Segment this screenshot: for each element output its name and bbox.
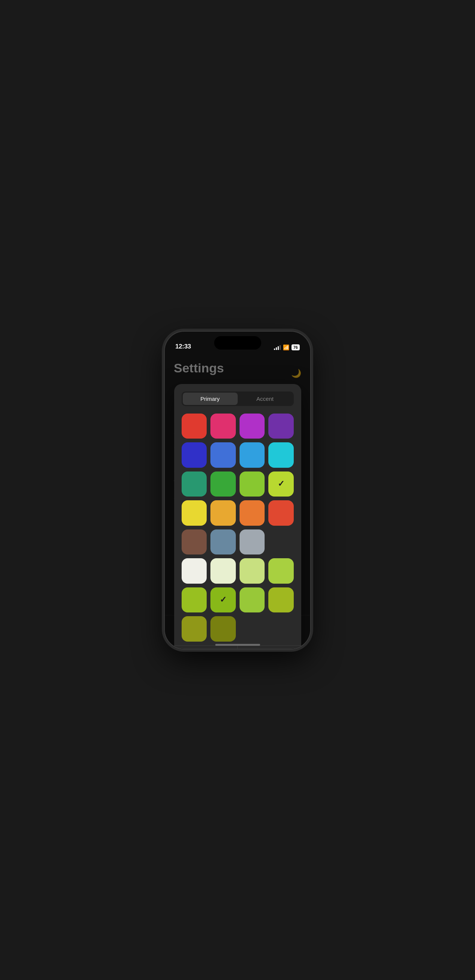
color-row-1 — [182, 414, 294, 439]
color-row-8 — [182, 616, 294, 642]
signal-bars-icon — [274, 345, 281, 350]
phone-frame: 12:33 📶 76 Settings 🌙 Following System C… — [164, 331, 311, 649]
color-cell-olive-2[interactable] — [210, 616, 236, 642]
segment-primary[interactable]: Primary — [183, 393, 238, 405]
color-cell-yg-2-checked[interactable] — [210, 587, 236, 613]
select-button[interactable]: Select — [238, 646, 301, 649]
color-picker-modal: Primary Accent — [174, 384, 301, 649]
color-cell-yg-3[interactable] — [240, 587, 265, 613]
color-cell-lime-light[interactable] — [240, 558, 265, 584]
color-cell-pink[interactable] — [210, 414, 236, 439]
color-cell-dark-purple[interactable] — [268, 414, 294, 439]
color-row-5 — [182, 530, 294, 555]
color-cell-empty-2 — [240, 616, 265, 642]
color-cell-purple[interactable] — [240, 414, 265, 439]
color-cell-orange[interactable] — [240, 500, 265, 526]
segmented-control: Primary Accent — [182, 391, 294, 406]
color-cell-brown[interactable] — [182, 530, 207, 555]
color-cell-gray[interactable] — [240, 530, 265, 555]
color-cell-teal[interactable] — [182, 471, 207, 497]
picker-actions: Cancel Select — [174, 645, 301, 649]
battery-badge: 76 — [291, 344, 300, 350]
cancel-button[interactable]: Cancel — [174, 646, 238, 649]
color-cell-green[interactable] — [210, 471, 236, 497]
color-cell-blue[interactable] — [210, 442, 236, 468]
color-row-3 — [182, 471, 294, 497]
color-cell-amber[interactable] — [210, 500, 236, 526]
color-row-6 — [182, 558, 294, 584]
color-cell-olive-1[interactable] — [182, 616, 207, 642]
home-indicator — [215, 644, 260, 646]
color-cell-white[interactable] — [182, 558, 207, 584]
color-cell-yellow-green[interactable] — [240, 471, 265, 497]
color-row-2 — [182, 442, 294, 468]
color-cell-yg-4[interactable] — [268, 587, 294, 613]
color-cell-red-orange[interactable] — [268, 500, 294, 526]
color-cell-light-lime[interactable] — [210, 558, 236, 584]
color-row-4 — [182, 500, 294, 526]
status-time: 12:33 — [175, 343, 191, 350]
color-cell-yellow[interactable] — [182, 500, 207, 526]
segment-accent[interactable]: Accent — [238, 393, 292, 405]
color-cell-lime-checked[interactable] — [268, 471, 294, 497]
color-cell-steel[interactable] — [210, 530, 236, 555]
color-cell-dark-blue[interactable] — [182, 442, 207, 468]
dynamic-island — [214, 336, 261, 350]
status-icons: 📶 76 — [274, 344, 300, 350]
color-cell-empty-1 — [268, 530, 294, 555]
picker-content: Primary Accent — [174, 384, 301, 642]
color-cell-empty-3 — [268, 616, 294, 642]
color-cell-light-blue[interactable] — [240, 442, 265, 468]
color-row-7 — [182, 587, 294, 613]
color-cell-lime-mid[interactable] — [268, 558, 294, 584]
color-cell-red[interactable] — [182, 414, 207, 439]
wifi-icon: 📶 — [283, 344, 289, 350]
color-cell-yg-1[interactable] — [182, 587, 207, 613]
color-cell-cyan[interactable] — [268, 442, 294, 468]
